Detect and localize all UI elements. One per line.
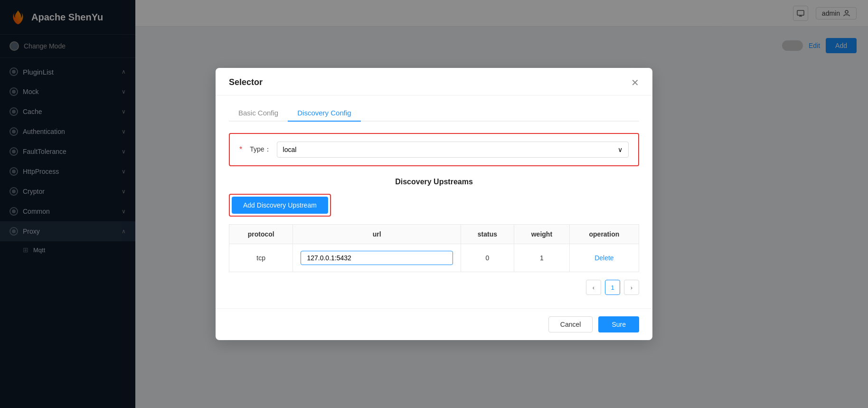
tab-discovery-config[interactable]: Discovery Config [288, 105, 360, 122]
col-status: status [461, 225, 514, 244]
row-weight: 1 [514, 244, 569, 272]
url-input[interactable] [301, 251, 453, 265]
modal-close-button[interactable]: ✕ [631, 78, 639, 87]
upstream-table: protocol url status weight operation tcp [229, 224, 639, 272]
row-status: 0 [461, 244, 514, 272]
required-star: * [239, 145, 242, 154]
type-field: * Type： local ∨ [239, 142, 629, 158]
type-label: Type： [250, 145, 271, 154]
col-url: url [293, 225, 461, 244]
add-upstream-wrapper: Add Discovery Upstream [229, 194, 331, 217]
cancel-button[interactable]: Cancel [548, 316, 593, 332]
type-field-wrapper: * Type： local ∨ [229, 133, 639, 166]
modal-body: Basic Config Discovery Config * Type： lo… [216, 95, 652, 308]
table-header-row: protocol url status weight operation [229, 225, 639, 244]
prev-page-button[interactable]: ‹ [586, 280, 601, 295]
dropdown-chevron-icon: ∨ [618, 146, 623, 153]
modal-footer: Cancel Sure [216, 308, 652, 340]
modal: Selector ✕ Basic Config Discovery Config… [216, 68, 652, 340]
delete-link[interactable]: Delete [594, 254, 613, 262]
section-title: Discovery Upstreams [229, 178, 639, 186]
col-operation: operation [569, 225, 639, 244]
row-operation: Delete [569, 244, 639, 272]
col-weight: weight [514, 225, 569, 244]
modal-tabs: Basic Config Discovery Config [229, 105, 639, 122]
discovery-upstreams-section: Discovery Upstreams Add Discovery Upstre… [229, 178, 639, 295]
tab-basic-config[interactable]: Basic Config [229, 105, 288, 122]
row-url [293, 244, 461, 272]
sure-button[interactable]: Sure [598, 316, 639, 332]
add-discovery-upstream-button[interactable]: Add Discovery Upstream [232, 197, 328, 214]
row-protocol: tcp [229, 244, 293, 272]
type-select-dropdown[interactable]: local ∨ [277, 142, 629, 158]
pagination: ‹ 1 › [229, 280, 639, 295]
table-row: tcp 0 1 Delete [229, 244, 639, 272]
modal-title: Selector [229, 77, 263, 87]
type-select-value: local [283, 146, 297, 153]
next-page-button[interactable]: › [624, 280, 639, 295]
current-page[interactable]: 1 [605, 280, 620, 295]
modal-header: Selector ✕ [216, 68, 652, 95]
modal-overlay: Selector ✕ Basic Config Discovery Config… [0, 0, 868, 408]
col-protocol: protocol [229, 225, 293, 244]
